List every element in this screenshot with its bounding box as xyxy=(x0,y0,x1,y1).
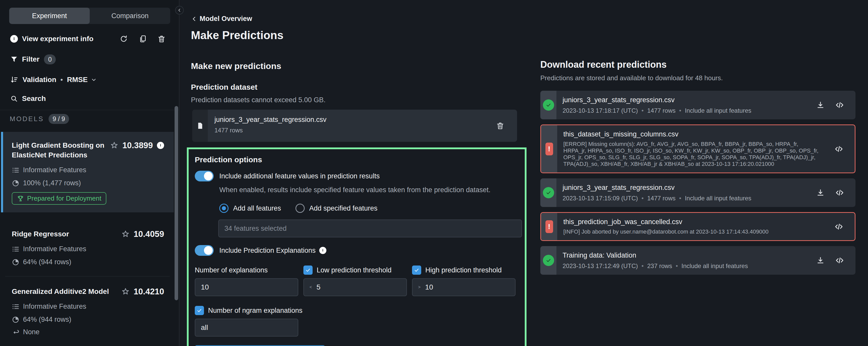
dataset-strip xyxy=(192,109,208,142)
prediction-row-error: ! this_dataset_is_missing_columns.csv [E… xyxy=(540,124,856,173)
pie-icon xyxy=(12,179,20,187)
sort-partition-label: Validation xyxy=(23,76,56,84)
copy-icon[interactable] xyxy=(138,35,147,43)
low-threshold-input[interactable] xyxy=(316,283,404,291)
recent-subheading: Predictions are stored and available to … xyxy=(540,74,856,82)
error-icon: ! xyxy=(546,220,553,233)
deployment-badge-label: Prepared for Deployment xyxy=(27,194,101,202)
list-icon xyxy=(12,245,20,253)
radio-add-specified-features[interactable]: Add specified features xyxy=(296,204,377,213)
include-features-toggle[interactable] xyxy=(195,171,214,182)
models-title: MODELS xyxy=(10,115,44,123)
model-name: Generalized Additive2 Model xyxy=(12,287,109,296)
prediction-row: Training data: Validation 2023-10-13 17:… xyxy=(540,246,856,275)
trash-icon[interactable] xyxy=(157,35,166,43)
code-icon[interactable] xyxy=(835,256,844,265)
code-icon[interactable] xyxy=(835,188,844,197)
breadcrumb-label: Model Overview xyxy=(199,15,252,23)
explanations-info-icon[interactable] xyxy=(319,247,327,254)
sort-row[interactable]: Validation • RMSE xyxy=(10,74,169,85)
features-select[interactable]: 34 features selected xyxy=(218,220,522,238)
search-row[interactable]: Search xyxy=(10,94,169,104)
feature-list-label: Informative Features xyxy=(23,303,86,311)
prediction-file-name: juniors_3_year_stats_regression.csv xyxy=(563,184,816,192)
include-features-description: When enabled, results include specified … xyxy=(219,186,519,194)
high-threshold-input[interactable] xyxy=(425,283,513,291)
trophy-icon xyxy=(17,195,24,202)
tab-comparison[interactable]: Comparison xyxy=(90,8,170,24)
star-icon[interactable] xyxy=(110,141,118,150)
ngram-field xyxy=(195,319,298,337)
download-icon[interactable] xyxy=(816,188,825,197)
list-icon xyxy=(12,166,20,174)
resample-row: None xyxy=(12,328,164,336)
make-predictions-screen: Experiment Comparison View experiment in… xyxy=(0,0,868,346)
sort-separator: • xyxy=(60,76,63,84)
ngram-checkbox[interactable] xyxy=(195,306,204,315)
features-select-value: 34 features selected xyxy=(224,225,286,232)
remove-dataset-button[interactable] xyxy=(496,109,517,142)
swap-arrow-icon xyxy=(12,328,20,336)
model-name: Light Gradient Boosting on ElasticNet Pr… xyxy=(12,140,110,160)
ngram-label: Number of ngram explanations xyxy=(208,307,302,315)
num-explanations-field xyxy=(195,278,298,296)
prediction-file-name: Training data: Validation xyxy=(563,251,816,259)
download-icon[interactable] xyxy=(816,101,825,109)
code-icon[interactable] xyxy=(834,145,843,154)
view-experiment-info-row[interactable]: View experiment info xyxy=(10,34,169,44)
high-threshold-checkbox[interactable] xyxy=(412,265,421,275)
less-than-icon: < xyxy=(310,285,312,289)
trash-icon xyxy=(496,122,504,130)
sort-metric-label: RMSE xyxy=(67,76,88,84)
prediction-error-message: [ERROR] Missing column(s): AVG_fr, AVG_j… xyxy=(563,141,819,167)
chevron-down-icon[interactable] xyxy=(90,76,97,83)
search-icon xyxy=(10,95,18,102)
feature-list-label: Informative Features xyxy=(23,245,86,253)
star-icon[interactable] xyxy=(121,287,130,296)
make-predictions-main: Model Overview Make Predictions Make new… xyxy=(187,0,527,346)
collapse-sidebar-button[interactable] xyxy=(175,6,184,14)
download-icon[interactable] xyxy=(816,256,825,265)
model-card-ridge-regressor[interactable]: Ridge Regressor 10.4059 Informative Feat… xyxy=(1,217,174,276)
status-strip: ! xyxy=(541,213,557,240)
success-check-icon xyxy=(543,187,554,198)
document-icon xyxy=(196,122,204,130)
sample-size-label: 100% (1,477 rows) xyxy=(23,179,81,187)
list-icon xyxy=(12,303,20,311)
status-strip xyxy=(540,246,556,275)
model-card-generalized-additive2[interactable]: Generalized Additive2 Model 10.4210 Info… xyxy=(1,277,174,344)
filter-row[interactable]: Filter 0 xyxy=(10,54,169,64)
prediction-options-heading: Prediction options xyxy=(195,155,519,164)
num-explanations-input[interactable] xyxy=(201,283,295,291)
breadcrumb[interactable]: Model Overview xyxy=(191,15,527,23)
success-check-icon xyxy=(543,99,554,111)
prediction-file-name: this_dataset_is_missing_columns.csv xyxy=(563,130,834,138)
low-threshold-checkbox[interactable] xyxy=(303,265,313,275)
sample-size-label: 64% (944 rows) xyxy=(23,258,71,266)
prediction-file-name: this_prediction_job_was_cancelled.csv xyxy=(563,218,834,226)
star-icon[interactable] xyxy=(121,230,130,238)
code-icon[interactable] xyxy=(834,222,843,231)
radio-add-specified-label: Add specified features xyxy=(309,205,377,212)
tab-experiment[interactable]: Experiment xyxy=(9,8,90,24)
chevron-left-icon xyxy=(191,15,197,22)
sidebar-scrollbar[interactable] xyxy=(175,106,178,300)
refresh-icon[interactable] xyxy=(120,35,128,43)
code-icon[interactable] xyxy=(835,100,844,109)
feature-list-row: Informative Features xyxy=(12,303,164,311)
experiment-sidebar: Experiment Comparison View experiment in… xyxy=(0,0,179,346)
prediction-dataset-heading: Prediction dataset xyxy=(191,83,527,92)
include-explanations-toggle[interactable] xyxy=(195,245,214,256)
model-list: Light Gradient Boosting on ElasticNet Pr… xyxy=(1,132,174,344)
pie-icon xyxy=(12,316,20,323)
model-card-light-gradient-boosting[interactable]: Light Gradient Boosting on ElasticNet Pr… xyxy=(1,132,174,212)
ngram-input[interactable] xyxy=(201,323,295,332)
prepared-for-deployment-badge: Prepared for Deployment xyxy=(12,192,106,205)
num-explanations-label: Number of explanations xyxy=(195,265,298,275)
low-threshold-field: < xyxy=(303,278,407,296)
dataset-size-note: Prediction datasets cannot exceed 5.00 G… xyxy=(191,96,527,104)
radio-add-all-features[interactable]: Add all features xyxy=(219,204,281,213)
metric-info-icon[interactable] xyxy=(157,142,164,149)
feature-list-row: Informative Features xyxy=(12,166,164,174)
status-strip: ! xyxy=(541,125,557,172)
